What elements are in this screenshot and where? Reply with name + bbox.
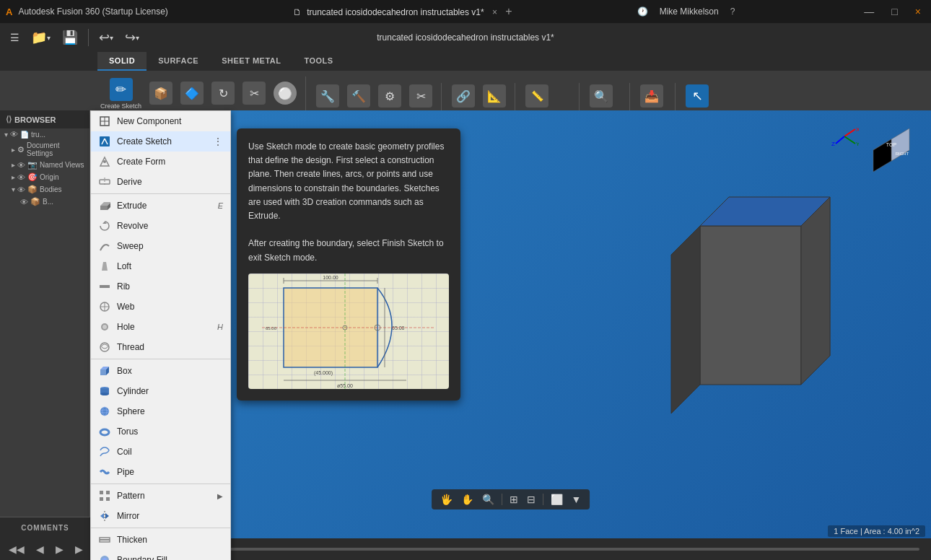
browser-collapse-icon[interactable]: ⟨⟩ (6, 115, 12, 124)
eye-icon3[interactable]: 👁 (17, 173, 25, 182)
menu-item-derive[interactable]: Derive (91, 172, 230, 192)
gear-icon: ⚙ (17, 145, 25, 154)
menu-item-box[interactable]: Box (91, 361, 230, 381)
canvas-tool-display[interactable]: ⬜ (548, 492, 566, 507)
menu-item-sweep[interactable]: Sweep (91, 236, 230, 256)
close-btn[interactable]: × (911, 6, 925, 17)
root-label: tru... (31, 131, 45, 139)
thicken-icon (98, 533, 111, 546)
3d-model (642, 183, 859, 414)
redo-btn[interactable]: ↪ ▾ (121, 27, 144, 48)
assemble-btn1[interactable]: 🔗 (449, 83, 478, 109)
browser-item-root[interactable]: ▾ 👁 📄 tru... (0, 128, 89, 140)
menu-item-create-sketch[interactable]: Create Sketch ⋮ (91, 131, 230, 152)
svg-rect-40 (100, 369, 106, 375)
tab-sheet-metal[interactable]: SHEET METAL (210, 52, 292, 71)
tooltip-description: Use Sketch mode to create basic geometry… (248, 141, 444, 221)
svg-point-49 (100, 429, 109, 435)
menu-item-coil[interactable]: Coil (91, 442, 230, 462)
canvas-tool-orbit[interactable]: 🖐 (437, 492, 455, 507)
menu-item-torus[interactable]: Torus (91, 421, 230, 442)
menu-item-sphere[interactable]: Sphere (91, 401, 230, 421)
mirror-icon (98, 509, 111, 522)
menu-item-new-component[interactable]: New Component (91, 111, 230, 131)
modify-btn2[interactable]: 🔨 (344, 83, 373, 109)
construct-btn1[interactable]: 📏 (523, 83, 551, 109)
canvas-tool-grid[interactable]: ⊟ (524, 492, 538, 507)
canvas-tool-zoom[interactable]: 🔍 (479, 492, 497, 507)
eye-icon2[interactable]: 👁 (17, 161, 25, 170)
help-icon[interactable]: ? (730, 6, 735, 17)
browser-item-bodies[interactable]: ▾ 👁 📦 Bodies (0, 183, 89, 196)
solid-btn[interactable]: 📦 (147, 80, 175, 108)
expand-icon2: ▸ (12, 146, 15, 154)
browser-item-body1[interactable]: 👁 📦 B... (0, 196, 89, 208)
rib-icon (98, 280, 111, 293)
menu-item-cylinder[interactable]: Cylinder (91, 381, 230, 401)
tab-tools[interactable]: TOOLS (292, 52, 344, 71)
menu-item-revolve[interactable]: Revolve (91, 216, 230, 236)
menu-item-mirror[interactable]: Mirror (91, 506, 230, 526)
canvas-tool-fit[interactable]: ⊞ (507, 492, 521, 507)
modify-btn1[interactable]: 🔧 (313, 83, 342, 109)
file-btn[interactable]: 📁 ▾ (27, 27, 55, 48)
menu-item-thread[interactable]: Thread (91, 337, 230, 357)
create-sketch-menu-icon (98, 135, 111, 148)
comments-bar[interactable]: COMMENTS (0, 517, 90, 538)
menu-item-pipe[interactable]: Pipe (91, 462, 230, 482)
minimize-btn[interactable]: — (860, 6, 878, 17)
tab-surface[interactable]: SURFACE (147, 52, 210, 71)
modify-btn4[interactable]: ✂ (406, 83, 435, 109)
inspect-group-items: 🔍 (587, 83, 616, 109)
close-tab-icon[interactable]: × (492, 7, 497, 17)
create-sketch-more[interactable]: ⋮ (213, 136, 223, 147)
menu-item-rib[interactable]: Rib (91, 276, 230, 297)
eye-icon4[interactable]: 👁 (17, 185, 25, 194)
browser-item-docsettings[interactable]: ▸ ⚙ Document Settings (0, 140, 89, 159)
web-label: Web (117, 302, 223, 312)
menu-item-create-form[interactable]: Create Form (91, 152, 230, 172)
timeline-step-next-btn[interactable]: ▶ (72, 542, 86, 556)
undo-btn[interactable]: ↩ ▾ (95, 27, 118, 48)
add-tab-icon[interactable]: + (505, 5, 512, 17)
nav-cube[interactable]: TOP RIGHT (866, 125, 917, 175)
browser-item-namedviews[interactable]: ▸ 👁 📷 Named Views (0, 159, 89, 171)
insert-btn1[interactable]: 📥 (637, 83, 666, 109)
timeline-track[interactable] (145, 548, 919, 551)
cut-btn[interactable]: ✂ (240, 80, 268, 108)
browser-item-origin[interactable]: ▸ 👁 🎯 Origin (0, 171, 89, 183)
sphere-btn[interactable]: ⚪ (271, 80, 300, 108)
app-menu-btn[interactable]: ☰ (6, 29, 24, 46)
svg-line-14 (836, 136, 844, 144)
comments-label: COMMENTS (21, 524, 69, 532)
rotate-btn[interactable]: ↻ (209, 80, 237, 108)
form-btn[interactable]: 🔷 (178, 80, 206, 108)
timeline-step-prev-btn[interactable]: ◀ (33, 542, 47, 556)
eye-icon5[interactable]: 👁 (20, 198, 28, 206)
canvas-tool-more[interactable]: ▼ (569, 492, 585, 507)
svg-text:65.00: 65.00 (266, 326, 277, 331)
expand-icon: ▾ (4, 131, 8, 139)
doc-settings-label: Document Settings (27, 141, 85, 157)
maximize-btn[interactable]: □ (887, 6, 901, 17)
modify-btn3[interactable]: ⚙ (375, 83, 404, 109)
menu-item-thicken[interactable]: Thicken (91, 530, 230, 550)
create-sketch-btn[interactable]: ✏ Create Sketch (97, 76, 144, 111)
menu-item-boundary-fill[interactable]: Boundary Fill (91, 550, 230, 560)
menu-item-web[interactable]: Web (91, 297, 230, 317)
inspect-btn1[interactable]: 🔍 (587, 83, 616, 109)
history-icon[interactable]: 🕐 (637, 6, 648, 17)
timeline-prev-btn[interactable]: ◀◀ (6, 542, 27, 556)
save-btn[interactable]: 💾 (58, 27, 82, 48)
eye-icon[interactable]: 👁 (10, 130, 18, 139)
menu-item-pattern[interactable]: Pattern ▶ (91, 486, 230, 506)
select-btn1[interactable]: ↖ (683, 83, 712, 109)
assemble-btn2[interactable]: 📐 (480, 83, 509, 109)
menu-item-extrude[interactable]: Extrude E (91, 196, 230, 216)
menu-item-loft[interactable]: Loft (91, 256, 230, 276)
menu-item-hole[interactable]: Hole H (91, 317, 230, 337)
file-icon2: 📁 (31, 30, 47, 45)
canvas-tool-pan[interactable]: ✋ (458, 492, 476, 507)
timeline-play-btn[interactable]: ▶ (53, 542, 66, 556)
tab-solid[interactable]: SOLID (97, 52, 147, 71)
